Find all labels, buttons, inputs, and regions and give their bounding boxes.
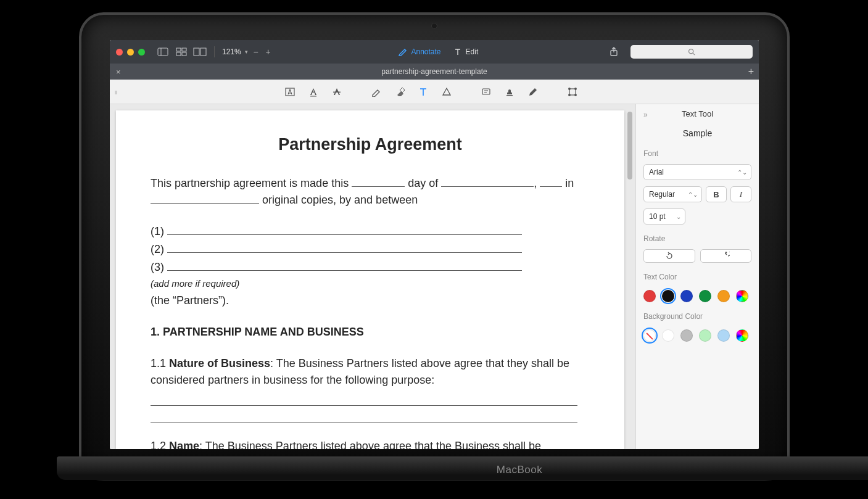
font-size-select[interactable]: 10 pt ⌄ [643, 208, 685, 225]
svg-rect-16 [506, 95, 513, 96]
scroll-thumb[interactable] [627, 112, 632, 179]
zoom-group: 121% ▾ − + [222, 47, 273, 57]
window-minimize-button[interactable] [127, 49, 134, 56]
font-family-select[interactable]: Arial ⌃⌄ [643, 164, 751, 180]
note-tool-icon[interactable] [479, 85, 494, 99]
share-icon[interactable] [607, 47, 621, 57]
pencil-tool-icon[interactable] [369, 85, 384, 99]
color-swatch[interactable] [717, 290, 730, 302]
eraser-tool-icon[interactable] [392, 85, 407, 99]
color-swatch[interactable] [717, 329, 730, 342]
color-swatch[interactable] [736, 329, 748, 342]
underline-tool-icon[interactable] [306, 85, 321, 99]
doc-intro: This partnership agreement is made this … [151, 175, 590, 208]
signature-tool-icon[interactable] [526, 85, 540, 99]
background-color-label: Background Color [643, 312, 751, 321]
svg-rect-6 [194, 48, 199, 56]
background-color-swatches [643, 329, 751, 342]
panel-sample: Sample [643, 128, 751, 138]
zoom-value[interactable]: 121% [222, 47, 241, 56]
svg-rect-12 [310, 96, 316, 96]
svg-point-18 [569, 88, 571, 89]
titlebar: 121% ▾ − + Annotate Edit [110, 40, 759, 64]
font-family-value: Arial [649, 168, 664, 176]
svg-rect-15 [482, 89, 490, 94]
annotate-mode-button[interactable]: Annotate [399, 47, 440, 56]
color-swatch[interactable] [643, 329, 656, 342]
svg-point-20 [569, 94, 571, 96]
doc-partners: (the “Partners”). [151, 292, 590, 309]
italic-toggle-button[interactable]: I [730, 186, 751, 202]
new-tab-button[interactable]: + [748, 66, 754, 77]
svg-line-10 [693, 53, 695, 55]
svg-rect-4 [176, 52, 181, 56]
color-swatch[interactable] [736, 290, 748, 302]
text-color-swatches [643, 290, 751, 302]
text-color-label: Text Color [643, 273, 751, 281]
collapse-panel-icon[interactable]: » [643, 110, 648, 119]
doc-section1-heading: 1. PARTNERSHIP NAME AND BUSINESS [151, 324, 590, 340]
svg-rect-7 [200, 48, 206, 56]
color-swatch[interactable] [662, 329, 674, 342]
bold-toggle-button[interactable]: B [706, 186, 727, 202]
strikethrough-tool-icon[interactable] [329, 85, 344, 99]
doc-section-1-2: 1.2 Name: The Business Partners listed a… [151, 438, 590, 450]
main-area: Partnership Agreement This partnership a… [110, 104, 759, 449]
search-field[interactable] [630, 45, 753, 59]
font-size-value: 10 pt [649, 212, 666, 221]
rotate-cw-button[interactable] [700, 249, 752, 263]
tab-title[interactable]: partnership-agreement-template [381, 67, 487, 76]
shape-tool-icon[interactable] [439, 85, 454, 99]
font-weight-select[interactable]: Regular ⌃⌄ [643, 186, 702, 202]
color-swatch[interactable] [699, 329, 711, 342]
rotate-cw-icon [721, 252, 730, 260]
document-canvas[interactable]: Partnership Agreement This partnership a… [110, 104, 635, 449]
selection-tool-icon[interactable] [565, 85, 580, 99]
color-swatch[interactable] [699, 290, 711, 302]
chevron-down-icon[interactable]: ▾ [245, 49, 248, 55]
text-tool-icon[interactable] [416, 85, 431, 99]
color-swatch[interactable] [643, 290, 656, 302]
svg-rect-3 [182, 48, 186, 51]
svg-rect-2 [176, 48, 181, 51]
scroll-hint [115, 91, 117, 94]
zoom-out-button[interactable]: − [252, 47, 260, 57]
chevron-updown-icon: ⌃⌄ [737, 169, 747, 176]
svg-point-21 [575, 94, 577, 96]
font-weight-value: Regular [649, 190, 675, 199]
font-style-tool-icon[interactable] [283, 85, 297, 99]
color-swatch[interactable] [680, 329, 693, 342]
two-page-layout-icon[interactable] [193, 47, 207, 57]
window-close-button[interactable] [116, 49, 123, 56]
edit-label: Edit [466, 47, 479, 56]
tab-bar: × partnership-agreement-template + [110, 64, 759, 80]
svg-marker-14 [443, 88, 450, 95]
doc-list-3: (3) [151, 259, 590, 276]
laptop-base: MacBook [57, 456, 868, 480]
document-page: Partnership Agreement This partnership a… [116, 110, 624, 449]
window-controls [116, 49, 145, 56]
doc-list-2: (2) [151, 241, 590, 258]
color-swatch[interactable] [680, 290, 693, 302]
svg-point-9 [689, 49, 693, 54]
panel-title: Text Tool [643, 109, 751, 118]
chevron-updown-icon: ⌃⌄ [688, 191, 698, 198]
rotate-ccw-icon [665, 252, 674, 260]
sidebar-toggle-icon[interactable] [156, 47, 170, 57]
annotate-label: Annotate [411, 47, 440, 56]
stamp-tool-icon[interactable] [502, 85, 517, 99]
thumbnails-toggle-icon[interactable] [175, 47, 188, 57]
doc-list-1: (1) [151, 223, 590, 240]
search-icon [688, 48, 695, 56]
vertical-scrollbar[interactable] [627, 110, 633, 443]
blank-line [151, 410, 577, 423]
doc-section-1-1: 1.1 Nature of Business: The Business Par… [151, 355, 590, 389]
window-zoom-button[interactable] [138, 49, 145, 56]
rotate-label: Rotate [643, 234, 751, 243]
tab-close-button[interactable]: × [116, 67, 121, 76]
zoom-in-button[interactable]: + [264, 47, 273, 57]
edit-mode-button[interactable]: Edit [453, 47, 479, 56]
color-swatch[interactable] [662, 290, 674, 302]
font-label: Font [643, 149, 751, 158]
rotate-ccw-button[interactable] [643, 249, 695, 263]
